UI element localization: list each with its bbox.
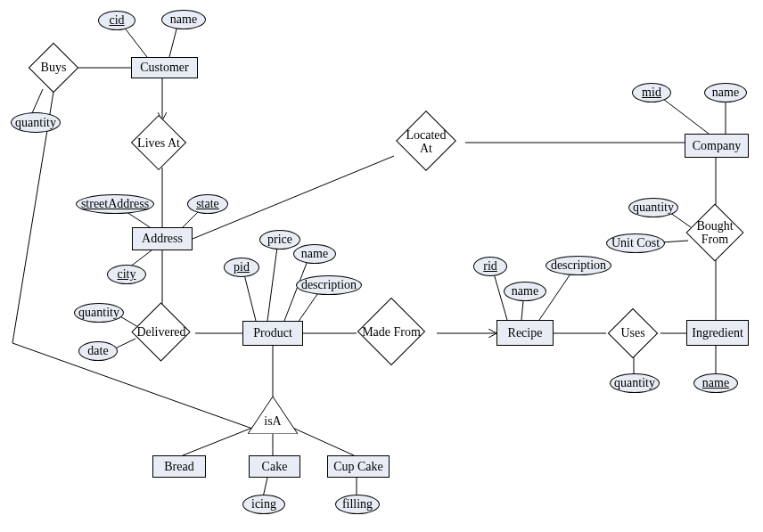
attr-price: price — [259, 230, 300, 250]
entity-address-label: Address — [142, 232, 183, 246]
rel-delivered-shape — [131, 302, 190, 361]
attr-buys-quantity-label: quantity — [15, 116, 56, 130]
attr-prod-description-label: description — [301, 278, 357, 292]
entity-company-label: Company — [693, 139, 741, 153]
attr-city-label: city — [118, 267, 136, 282]
attr-pid: pid — [224, 258, 259, 277]
svg-line-35 — [183, 426, 257, 455]
svg-line-30 — [660, 96, 709, 134]
entity-address: Address — [132, 227, 193, 250]
attr-mid-label: mid — [642, 86, 661, 100]
attr-cid-label: cid — [109, 13, 124, 28]
entity-recipe-label: Recipe — [508, 326, 543, 340]
attr-bought-quantity: quantity — [628, 198, 678, 217]
attr-state: state — [187, 194, 228, 214]
svg-line-37 — [289, 426, 354, 455]
attr-deliv-quantity: quantity — [74, 303, 124, 323]
attr-streetaddress: streetAddress — [76, 194, 154, 214]
attr-recipe-description-label: description — [551, 258, 606, 273]
attr-streetaddress-label: streetAddress — [81, 197, 149, 211]
attr-prod-name-label: name — [301, 247, 328, 261]
attr-customer-name-label: name — [170, 12, 197, 27]
rel-livesat-shape — [131, 115, 186, 170]
attr-rid-label: rid — [483, 259, 497, 274]
entity-company: Company — [685, 134, 749, 158]
entity-product: Product — [242, 321, 303, 346]
entity-cake-label: Cake — [262, 460, 288, 474]
attr-recipe-name-label: name — [512, 284, 538, 299]
entity-cupcake: Cup Cake — [327, 455, 390, 478]
rel-buys-shape — [29, 43, 79, 94]
svg-line-3 — [32, 89, 43, 113]
attr-price-label: price — [267, 233, 292, 247]
attr-prod-name: name — [293, 244, 336, 264]
attr-ing-name-label: name — [702, 376, 729, 390]
attr-comp-name: name — [704, 83, 747, 102]
rel-locatedat-shape — [396, 110, 456, 171]
svg-marker-40 — [248, 397, 298, 434]
rel-isa-shape — [248, 397, 298, 434]
attr-uses-quantity-label: quantity — [614, 376, 655, 390]
attr-state-label: state — [196, 197, 219, 211]
attr-mid: mid — [632, 83, 671, 102]
attr-filling-label: filling — [342, 497, 373, 512]
attr-icing-label: icing — [251, 497, 276, 512]
svg-line-14 — [267, 241, 278, 321]
attr-customer-name: name — [161, 10, 206, 29]
attr-prod-description: description — [296, 275, 362, 295]
attr-unitcost-label: Unit Cost — [611, 236, 660, 250]
entity-ingredient: Ingredient — [686, 320, 749, 346]
entity-cupcake-label: Cup Cake — [333, 460, 383, 474]
entity-bread-label: Bread — [164, 460, 193, 474]
rel-madefrom-shape — [357, 298, 425, 365]
entity-bread: Bread — [152, 455, 206, 478]
attr-city: city — [107, 265, 146, 284]
attr-unitcost: Unit Cost — [606, 233, 665, 253]
attr-deliv-date-label: date — [87, 344, 108, 358]
attr-recipe-name: name — [504, 282, 546, 301]
attr-bought-quantity-label: quantity — [633, 201, 674, 215]
entity-customer: Customer — [131, 57, 198, 78]
attr-deliv-quantity-label: quantity — [78, 306, 119, 320]
attr-cid: cid — [98, 11, 135, 30]
attr-comp-name-label: name — [712, 86, 739, 100]
entity-cake: Cake — [249, 455, 300, 478]
rel-uses-shape — [608, 308, 659, 359]
entity-customer-label: Customer — [140, 61, 188, 75]
attr-icing: icing — [242, 495, 285, 514]
attr-pid-label: pid — [234, 260, 250, 274]
rel-boughtfrom-shape — [685, 203, 743, 261]
attr-uses-quantity: quantity — [610, 373, 660, 393]
attr-filling: filling — [335, 495, 380, 514]
attr-deliv-date: date — [78, 341, 118, 361]
attr-recipe-description: description — [546, 256, 611, 275]
entity-recipe: Recipe — [496, 320, 554, 346]
attr-rid: rid — [473, 257, 507, 276]
entity-product-label: Product — [253, 326, 292, 340]
entity-ingredient-label: Ingredient — [692, 326, 743, 340]
attr-buys-quantity: quantity — [11, 112, 61, 133]
attr-ing-name: name — [693, 373, 738, 393]
